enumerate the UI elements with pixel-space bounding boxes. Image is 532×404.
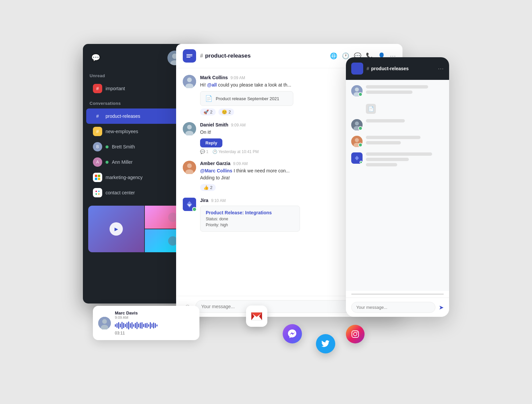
globe-icon[interactable]: 🌐	[330, 52, 337, 60]
svg-point-37	[357, 332, 358, 333]
message-3-time: 9:09 AM	[233, 161, 248, 166]
amber-avatar	[183, 161, 196, 174]
jira-avatar	[183, 198, 196, 211]
mention-marc: @Marc Collins	[200, 168, 232, 173]
last-reply-time: 🕐 Yesterday at 10:41 PM	[212, 149, 259, 154]
mention-all: @all	[207, 82, 217, 88]
mobile-messages: 📄	[346, 80, 449, 291]
sidebar-item-label: contact center	[106, 190, 135, 195]
video-main-cell: ▶	[88, 206, 144, 252]
mobile-avatar-1	[351, 85, 363, 97]
reply-button[interactable]: Reply	[200, 138, 222, 147]
sidebar-item-label: marketing-agency	[106, 175, 142, 180]
mobile-avatar-2	[351, 119, 363, 130]
gmail-integration-icon[interactable]	[246, 305, 267, 327]
mobile-line	[366, 141, 401, 144]
mobile-channel-icon	[351, 63, 363, 75]
mobile-message-1	[351, 85, 444, 97]
mobile-text-3	[366, 136, 444, 146]
svg-rect-10	[98, 193, 100, 195]
message-4-author: Jira	[200, 198, 208, 203]
audio-sender-name: Marc Davis	[115, 310, 194, 315]
svg-point-33	[355, 138, 359, 142]
sidebar-item-label: new-employees	[106, 129, 138, 134]
svg-point-17	[187, 78, 192, 82]
marketing-icon	[93, 173, 102, 182]
svg-point-14	[102, 319, 107, 324]
jira-card[interactable]: Product Release: Integrations Status: do…	[200, 206, 300, 232]
sidebar-item-label: Brett Smith	[112, 144, 135, 149]
channel-name: # product-releases	[200, 53, 251, 59]
ann-avatar: A	[93, 157, 102, 167]
message-4-time: 9:10 AM	[211, 198, 226, 203]
mobile-message-3	[351, 136, 444, 147]
audio-waveform	[115, 321, 194, 329]
reaction-rocket[interactable]: 🚀 2	[200, 108, 216, 115]
sidebar-item-label: important	[106, 86, 125, 91]
message-1-time: 9:09 AM	[230, 76, 245, 80]
svg-rect-5	[95, 178, 97, 180]
mobile-line	[366, 91, 412, 94]
audio-info: Marc Davis 9:09 AM 03:11	[115, 310, 194, 335]
play-button[interactable]: ▶	[110, 222, 123, 236]
svg-point-20	[187, 125, 192, 129]
message-1-attachment[interactable]: 📄 Product release September 2021	[200, 91, 293, 106]
svg-point-30	[355, 121, 359, 125]
mobile-message-jira	[351, 152, 444, 168]
mobile-send-button[interactable]: ➤	[439, 304, 444, 311]
jira-title: Product Release: Integrations	[206, 210, 294, 215]
svg-rect-3	[95, 175, 97, 177]
svg-rect-8	[98, 191, 100, 192]
mobile-text-1	[366, 85, 444, 96]
mark-avatar	[183, 75, 196, 88]
reaction-smile[interactable]: 😊 2	[218, 108, 234, 115]
mobile-hash-icon: #	[367, 66, 369, 71]
reaction-thumbsup[interactable]: 👍 2	[200, 184, 216, 191]
audio-sender-avatar	[98, 317, 111, 329]
svg-point-23	[187, 163, 192, 168]
jira-priority: Priority: high	[206, 223, 294, 227]
app-logo-icon: 💬	[90, 52, 102, 64]
mobile-scrollbar	[351, 294, 444, 295]
mobile-panel: # product-releases ⋯ 📄	[346, 57, 449, 317]
new-employees-icon: #	[93, 127, 102, 136]
message-1-author: Mark Collins	[200, 75, 228, 80]
sidebar-item-label: Ann Miller	[112, 159, 133, 165]
online-indicator	[106, 161, 109, 164]
mobile-line	[366, 163, 397, 166]
jira-status: Status: done	[206, 217, 294, 221]
mobile-avatar-img-3	[351, 136, 363, 147]
message-3-author: Amber Garzia	[200, 161, 230, 166]
product-releases-icon: #	[93, 111, 102, 121]
mobile-avatar-jira	[351, 152, 363, 164]
instagram-integration-icon[interactable]	[346, 325, 365, 343]
channel-icon	[183, 49, 196, 63]
doc-icon: 📄	[205, 95, 212, 102]
mobile-header: # product-releases ⋯	[346, 57, 449, 80]
mobile-message-input[interactable]	[351, 302, 435, 313]
sidebar-item-label: product-releases	[106, 113, 140, 119]
mobile-avatar-3	[351, 136, 363, 147]
mobile-line	[366, 85, 428, 89]
mobile-line	[366, 158, 409, 161]
reply-count: 💬 1	[200, 149, 208, 154]
svg-rect-9	[96, 193, 97, 195]
important-icon: #	[93, 84, 102, 93]
mobile-avatar-img-2	[351, 119, 363, 130]
mobile-line	[366, 152, 432, 156]
message-2-author: Daniel Smith	[200, 122, 228, 127]
brett-avatar: B	[93, 142, 102, 151]
audio-time: 9:09 AM	[115, 315, 194, 319]
mobile-message-2	[351, 119, 444, 130]
svg-point-27	[355, 88, 359, 92]
svg-point-36	[354, 332, 357, 336]
attachment-name: Product release September 2021	[216, 96, 279, 101]
clock-icon[interactable]: 🕐	[342, 52, 349, 60]
twitter-integration-icon[interactable]	[316, 334, 335, 353]
messenger-integration-icon[interactable]	[283, 324, 302, 343]
audio-message-card: Marc Davis 9:09 AM 03:11	[93, 306, 199, 340]
mobile-avatar-img-1	[351, 85, 363, 97]
mobile-doc-icon: 📄	[366, 104, 376, 114]
mobile-more-icon[interactable]: ⋯	[438, 65, 444, 72]
mobile-input-area: ➤	[346, 298, 449, 317]
